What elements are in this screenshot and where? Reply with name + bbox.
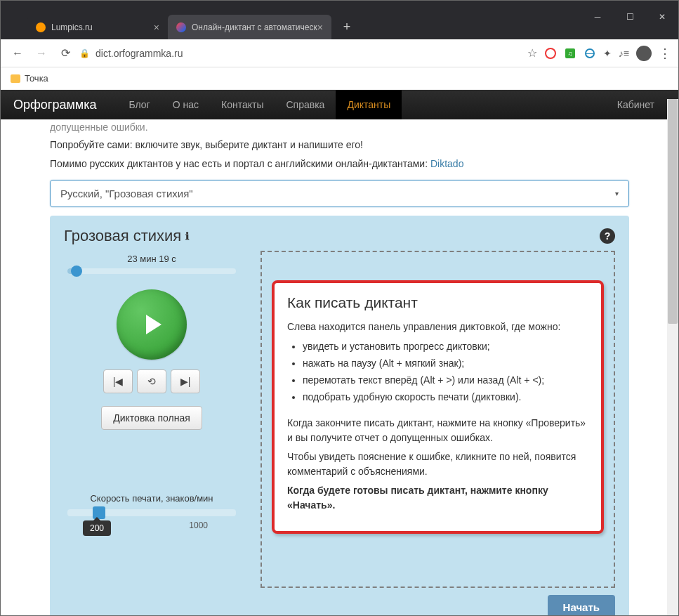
howto-item: увидеть и установить прогресс диктовки; <box>303 339 588 355</box>
howto-para-bold: Когда будете готовы писать диктант, нажм… <box>287 483 588 513</box>
tab-lumpics[interactable]: Lumpics.ru × <box>27 15 168 39</box>
nav-help[interactable]: Справка <box>275 90 336 119</box>
howto-item: перемотать текст вперёд (Alt + >) или на… <box>303 372 588 388</box>
duration-label: 23 мин 19 с <box>127 254 176 264</box>
nav-about[interactable]: О нас <box>161 90 210 119</box>
nav-cabinet[interactable]: Кабинет <box>606 90 666 119</box>
dictation-text-area[interactable]: Как писать диктант Слева находится панел… <box>261 251 615 588</box>
new-tab-button[interactable]: + <box>337 17 357 37</box>
address-field[interactable]: 🔒 dict.orfogrammka.ru <box>79 48 523 59</box>
minimize-button[interactable]: ─ <box>581 6 614 28</box>
howto-callout: Как писать диктант Слева находится панел… <box>272 280 604 533</box>
music-note-icon[interactable]: ♪≡ <box>619 48 629 59</box>
speed-tooltip: 200 <box>83 520 111 536</box>
howto-title: Как писать диктант <box>287 294 588 311</box>
diktado-link[interactable]: Diktado <box>430 158 463 169</box>
dictant-panel: Грозовая стихия ℹ ? 23 мин 19 с |◀ <box>50 216 629 616</box>
prev-button[interactable]: |◀ <box>103 369 133 393</box>
page-content: Орфограммка Блог О нас Контакты Справка … <box>1 90 678 616</box>
intro-line: Попробуйте сами: включите звук, выберите… <box>50 138 629 152</box>
speed-label: Скорость печати, знаков/мин <box>90 493 213 504</box>
music-ext-icon[interactable]: ♫ <box>564 47 576 60</box>
speed-slider[interactable]: 200 <box>67 509 236 516</box>
tab-title: Lumpics.ru <box>51 22 93 32</box>
panel-title: Грозовая стихия <box>64 227 181 245</box>
opera-icon[interactable] <box>544 47 557 60</box>
profile-avatar[interactable] <box>636 46 652 61</box>
favicon-icon <box>176 22 186 32</box>
url-text: dict.orfogrammka.ru <box>95 48 183 59</box>
howto-item: подобрать удобную скорость печати (дикто… <box>303 389 588 405</box>
howto-para: Слева находится панель управления диктов… <box>287 320 588 334</box>
speed-max: 1000 <box>189 520 208 530</box>
howto-para: Когда закончите писать диктант, нажмите … <box>287 416 588 445</box>
progress-slider[interactable] <box>67 268 236 274</box>
dictant-select[interactable]: Русский, "Грозовая стихия" ▾ <box>50 180 629 207</box>
start-row: Начать <box>261 595 615 616</box>
repeat-button[interactable]: ⟲ <box>137 369 166 393</box>
close-button[interactable]: ✕ <box>646 6 678 28</box>
help-icon[interactable]: ? <box>600 228 615 244</box>
svg-marker-0 <box>146 315 161 334</box>
panel-header: Грозовая стихия ℹ ? <box>64 227 615 245</box>
howto-para: Чтобы увидеть пояснение к ошибке, кликни… <box>287 450 588 479</box>
info-icon[interactable]: ℹ <box>185 230 189 242</box>
play-button[interactable] <box>117 289 187 360</box>
main-content: допущенные ошибки. Попробуйте сами: вклю… <box>1 121 678 616</box>
back-button[interactable]: ← <box>8 44 27 63</box>
logo[interactable]: Орфограммка <box>13 98 96 112</box>
reload-button[interactable]: ⟳ <box>55 44 75 63</box>
window-controls: ─ ☐ ✕ <box>581 6 678 28</box>
address-bar: ← → ⟳ 🔒 dict.orfogrammka.ru ☆ ♫ ✦ ♪≡ ⋮ <box>1 39 678 67</box>
forward-button[interactable]: → <box>32 44 51 63</box>
next-button[interactable]: ▶| <box>171 369 200 393</box>
maximize-button[interactable]: ☐ <box>614 6 646 28</box>
site-navbar: Орфограммка Блог О нас Контакты Справка … <box>1 90 678 119</box>
vertical-scrollbar[interactable] <box>667 99 678 615</box>
chevron-down-icon: ▾ <box>615 190 619 197</box>
nav-contacts[interactable]: Контакты <box>210 90 275 119</box>
titlebar: Lumpics.ru × Онлайн-диктант с автоматиче… <box>1 1 678 39</box>
intro-prev-line: допущенные ошибки. <box>50 121 629 133</box>
nav-dictants[interactable]: Диктанты <box>336 90 402 119</box>
bookmark-star-icon[interactable]: ☆ <box>527 46 537 60</box>
scroll-thumb[interactable] <box>668 99 678 324</box>
select-value: Русский, "Грозовая стихия" <box>60 188 193 199</box>
extensions-icon[interactable]: ✦ <box>603 48 612 59</box>
favicon-icon <box>36 22 46 32</box>
folder-icon <box>11 74 20 83</box>
tab-title: Онлайн-диктант с автоматическ <box>192 22 317 32</box>
text-column: Как писать диктант Слева находится панел… <box>261 251 615 616</box>
player-controls: |◀ ⟲ ▶| <box>103 369 200 393</box>
bookmarks-bar: Точка <box>1 67 678 90</box>
nav-blog[interactable]: Блог <box>117 90 161 119</box>
bookmark-label: Точка <box>25 73 48 84</box>
howto-list: увидеть и установить прогресс диктовки; … <box>303 339 588 405</box>
bookmark-item[interactable]: Точка <box>11 73 48 84</box>
close-icon[interactable]: × <box>154 22 159 33</box>
tab-orfogrammka[interactable]: Онлайн-диктант с автоматическ × <box>168 15 331 39</box>
howto-item: нажать на паузу (Alt + мягкий знак); <box>303 355 588 372</box>
start-button[interactable]: Начать <box>548 595 615 616</box>
player-column: 23 мин 19 с |◀ ⟲ ▶| Диктовка полная Ск <box>64 251 239 616</box>
close-icon[interactable]: × <box>317 22 323 33</box>
play-icon <box>138 310 166 339</box>
menu-icon[interactable]: ⋮ <box>659 46 671 61</box>
lock-icon: 🔒 <box>79 48 90 58</box>
progress-thumb[interactable] <box>71 266 82 277</box>
dictation-mode-button[interactable]: Диктовка полная <box>101 406 202 430</box>
intro-line: Помимо русских диктантов у нас есть и по… <box>50 157 629 171</box>
globe-icon[interactable] <box>584 47 596 60</box>
